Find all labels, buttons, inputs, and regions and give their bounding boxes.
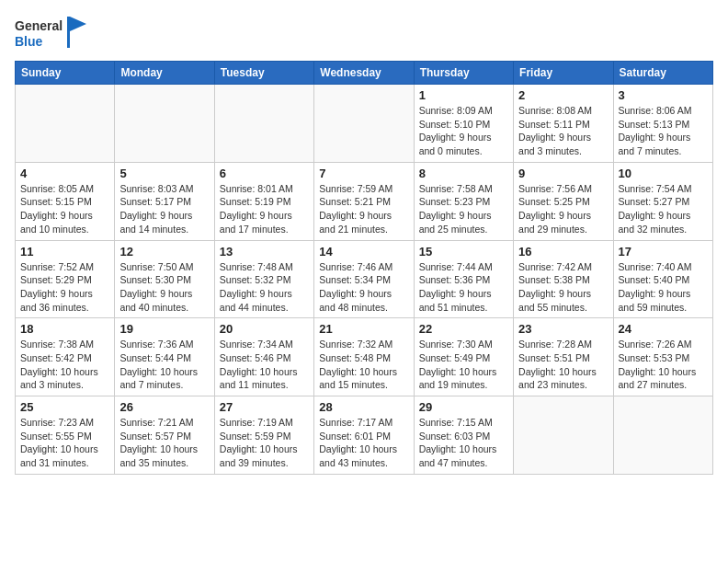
day-header-tuesday: Tuesday bbox=[214, 62, 313, 85]
day-number: 1 bbox=[419, 88, 508, 102]
day-info: Sunrise: 8:06 AM Sunset: 5:13 PM Dayligh… bbox=[619, 104, 708, 158]
day-number: 8 bbox=[419, 167, 508, 180]
calendar-cell: 27Sunrise: 7:19 AM Sunset: 5:59 PM Dayli… bbox=[214, 396, 313, 475]
day-header-sunday: Sunday bbox=[16, 62, 115, 85]
calendar-cell: 25Sunrise: 7:23 AM Sunset: 5:55 PM Dayli… bbox=[16, 396, 115, 475]
calendar-cell bbox=[16, 85, 115, 163]
calendar-cell bbox=[514, 396, 613, 475]
day-number: 11 bbox=[20, 245, 109, 259]
day-number: 25 bbox=[20, 400, 109, 414]
day-info: Sunrise: 7:52 AM Sunset: 5:29 PM Dayligh… bbox=[20, 260, 109, 315]
day-info: Sunrise: 7:59 AM Sunset: 5:21 PM Dayligh… bbox=[319, 182, 408, 236]
calendar-cell: 3Sunrise: 8:06 AM Sunset: 5:13 PM Daylig… bbox=[613, 85, 712, 163]
day-number: 29 bbox=[419, 400, 508, 414]
day-number: 21 bbox=[319, 322, 408, 336]
calendar-cell: 4Sunrise: 8:05 AM Sunset: 5:15 PM Daylig… bbox=[16, 162, 115, 240]
logo: GeneralBlue bbox=[15, 15, 88, 50]
day-info: Sunrise: 7:46 AM Sunset: 5:34 PM Dayligh… bbox=[319, 260, 408, 315]
day-number: 10 bbox=[619, 167, 708, 180]
day-number: 14 bbox=[319, 245, 408, 259]
day-info: Sunrise: 8:08 AM Sunset: 5:11 PM Dayligh… bbox=[518, 104, 608, 158]
calendar-table: SundayMondayTuesdayWednesdayThursdayFrid… bbox=[15, 61, 713, 475]
calendar-cell: 10Sunrise: 7:54 AM Sunset: 5:27 PM Dayli… bbox=[613, 162, 712, 240]
day-info: Sunrise: 7:21 AM Sunset: 5:57 PM Dayligh… bbox=[119, 416, 209, 470]
calendar-cell: 7Sunrise: 7:59 AM Sunset: 5:21 PM Daylig… bbox=[314, 162, 414, 240]
day-info: Sunrise: 7:19 AM Sunset: 5:59 PM Dayligh… bbox=[220, 416, 309, 470]
day-info: Sunrise: 7:34 AM Sunset: 5:46 PM Dayligh… bbox=[220, 338, 309, 392]
day-info: Sunrise: 7:28 AM Sunset: 5:51 PM Dayligh… bbox=[518, 338, 608, 392]
svg-text:General: General bbox=[15, 18, 63, 33]
day-number: 22 bbox=[419, 322, 508, 336]
day-header-thursday: Thursday bbox=[414, 62, 513, 85]
day-info: Sunrise: 7:15 AM Sunset: 6:03 PM Dayligh… bbox=[419, 416, 508, 470]
calendar-cell: 21Sunrise: 7:32 AM Sunset: 5:48 PM Dayli… bbox=[314, 318, 414, 396]
calendar-cell: 15Sunrise: 7:44 AM Sunset: 5:36 PM Dayli… bbox=[414, 240, 513, 318]
calendar-week-2: 4Sunrise: 8:05 AM Sunset: 5:15 PM Daylig… bbox=[16, 162, 713, 240]
calendar-week-3: 11Sunrise: 7:52 AM Sunset: 5:29 PM Dayli… bbox=[16, 240, 713, 318]
calendar-week-4: 18Sunrise: 7:38 AM Sunset: 5:42 PM Dayli… bbox=[16, 318, 713, 396]
calendar-cell bbox=[613, 396, 712, 475]
calendar-cell bbox=[214, 85, 313, 163]
calendar-cell: 29Sunrise: 7:15 AM Sunset: 6:03 PM Dayli… bbox=[414, 396, 513, 475]
calendar-cell: 12Sunrise: 7:50 AM Sunset: 5:30 PM Dayli… bbox=[115, 240, 214, 318]
calendar-cell: 11Sunrise: 7:52 AM Sunset: 5:29 PM Dayli… bbox=[16, 240, 115, 318]
calendar-cell: 18Sunrise: 7:38 AM Sunset: 5:42 PM Dayli… bbox=[16, 318, 115, 396]
day-number: 16 bbox=[518, 245, 608, 259]
calendar-cell: 6Sunrise: 8:01 AM Sunset: 5:19 PM Daylig… bbox=[214, 162, 313, 240]
calendar-cell: 1Sunrise: 8:09 AM Sunset: 5:10 PM Daylig… bbox=[414, 85, 513, 163]
day-info: Sunrise: 8:01 AM Sunset: 5:19 PM Dayligh… bbox=[220, 182, 309, 236]
day-info: Sunrise: 7:30 AM Sunset: 5:49 PM Dayligh… bbox=[419, 338, 508, 392]
day-info: Sunrise: 7:58 AM Sunset: 5:23 PM Dayligh… bbox=[419, 182, 508, 236]
calendar-header-row: SundayMondayTuesdayWednesdayThursdayFrid… bbox=[16, 62, 713, 85]
day-number: 28 bbox=[319, 400, 408, 414]
calendar-cell: 2Sunrise: 8:08 AM Sunset: 5:11 PM Daylig… bbox=[514, 85, 613, 163]
calendar-cell: 13Sunrise: 7:48 AM Sunset: 5:32 PM Dayli… bbox=[214, 240, 313, 318]
calendar-week-5: 25Sunrise: 7:23 AM Sunset: 5:55 PM Dayli… bbox=[16, 396, 713, 475]
day-number: 3 bbox=[619, 88, 708, 102]
svg-text:Blue: Blue bbox=[15, 34, 43, 49]
calendar-cell: 28Sunrise: 7:17 AM Sunset: 6:01 PM Dayli… bbox=[314, 396, 414, 475]
day-number: 7 bbox=[319, 167, 408, 180]
day-info: Sunrise: 7:48 AM Sunset: 5:32 PM Dayligh… bbox=[220, 260, 309, 315]
day-info: Sunrise: 7:23 AM Sunset: 5:55 PM Dayligh… bbox=[20, 416, 109, 470]
logo-icon: GeneralBlue bbox=[15, 15, 88, 50]
day-info: Sunrise: 7:50 AM Sunset: 5:30 PM Dayligh… bbox=[119, 260, 209, 315]
day-info: Sunrise: 7:56 AM Sunset: 5:25 PM Dayligh… bbox=[518, 182, 608, 236]
day-info: Sunrise: 7:54 AM Sunset: 5:27 PM Dayligh… bbox=[619, 182, 708, 236]
day-info: Sunrise: 7:42 AM Sunset: 5:38 PM Dayligh… bbox=[518, 260, 608, 315]
day-info: Sunrise: 7:17 AM Sunset: 6:01 PM Dayligh… bbox=[319, 416, 408, 470]
day-info: Sunrise: 7:26 AM Sunset: 5:53 PM Dayligh… bbox=[619, 338, 708, 392]
calendar-cell: 8Sunrise: 7:58 AM Sunset: 5:23 PM Daylig… bbox=[414, 162, 513, 240]
calendar-cell: 5Sunrise: 8:03 AM Sunset: 5:17 PM Daylig… bbox=[115, 162, 214, 240]
day-info: Sunrise: 7:44 AM Sunset: 5:36 PM Dayligh… bbox=[419, 260, 508, 315]
day-number: 12 bbox=[119, 245, 209, 259]
day-number: 27 bbox=[220, 400, 309, 414]
calendar-cell: 23Sunrise: 7:28 AM Sunset: 5:51 PM Dayli… bbox=[514, 318, 613, 396]
day-header-monday: Monday bbox=[115, 62, 214, 85]
day-header-wednesday: Wednesday bbox=[314, 62, 414, 85]
day-number: 26 bbox=[119, 400, 209, 414]
day-number: 4 bbox=[20, 167, 109, 180]
calendar-week-1: 1Sunrise: 8:09 AM Sunset: 5:10 PM Daylig… bbox=[16, 85, 713, 163]
calendar-cell: 17Sunrise: 7:40 AM Sunset: 5:40 PM Dayli… bbox=[613, 240, 712, 318]
calendar-cell: 16Sunrise: 7:42 AM Sunset: 5:38 PM Dayli… bbox=[514, 240, 613, 318]
day-info: Sunrise: 7:32 AM Sunset: 5:48 PM Dayligh… bbox=[319, 338, 408, 392]
day-number: 23 bbox=[518, 322, 608, 336]
day-number: 17 bbox=[619, 245, 708, 259]
calendar-cell: 19Sunrise: 7:36 AM Sunset: 5:44 PM Dayli… bbox=[115, 318, 214, 396]
day-info: Sunrise: 7:36 AM Sunset: 5:44 PM Dayligh… bbox=[119, 338, 209, 392]
day-header-saturday: Saturday bbox=[613, 62, 712, 85]
calendar-cell: 9Sunrise: 7:56 AM Sunset: 5:25 PM Daylig… bbox=[514, 162, 613, 240]
calendar-cell: 22Sunrise: 7:30 AM Sunset: 5:49 PM Dayli… bbox=[414, 318, 513, 396]
day-info: Sunrise: 7:38 AM Sunset: 5:42 PM Dayligh… bbox=[20, 338, 109, 392]
calendar-cell: 14Sunrise: 7:46 AM Sunset: 5:34 PM Dayli… bbox=[314, 240, 414, 318]
calendar-cell: 26Sunrise: 7:21 AM Sunset: 5:57 PM Dayli… bbox=[115, 396, 214, 475]
day-number: 6 bbox=[220, 167, 309, 180]
day-info: Sunrise: 8:03 AM Sunset: 5:17 PM Dayligh… bbox=[119, 182, 209, 236]
day-header-friday: Friday bbox=[514, 62, 613, 85]
day-info: Sunrise: 7:40 AM Sunset: 5:40 PM Dayligh… bbox=[619, 260, 708, 315]
day-info: Sunrise: 8:05 AM Sunset: 5:15 PM Dayligh… bbox=[20, 182, 109, 236]
day-number: 24 bbox=[619, 322, 708, 336]
day-number: 19 bbox=[119, 322, 209, 336]
calendar-cell: 20Sunrise: 7:34 AM Sunset: 5:46 PM Dayli… bbox=[214, 318, 313, 396]
